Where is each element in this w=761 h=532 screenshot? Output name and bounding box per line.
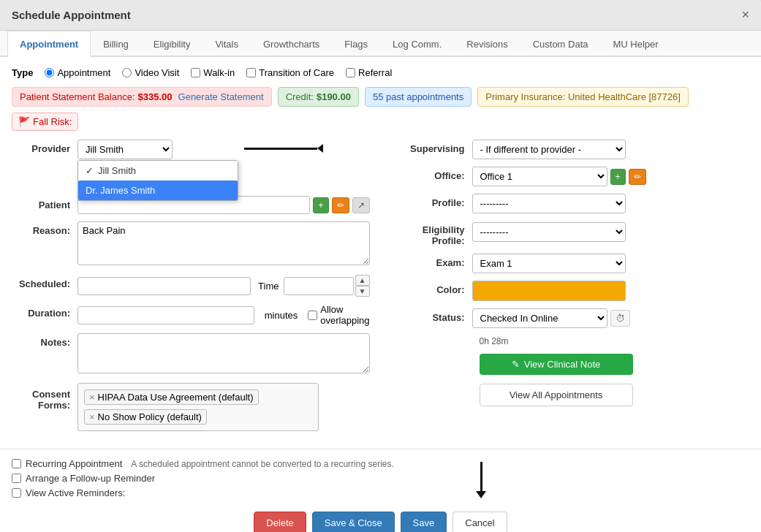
allow-overlapping-label[interactable]: Allow overlapping [308,304,369,326]
tab-log-comm[interactable]: Log Comm. [380,31,454,57]
type-transition-label[interactable]: Transition of Care [246,67,334,78]
eligibility-profile-select[interactable]: --------- [472,222,626,242]
scheduled-date-input[interactable]: 09/07/2022 [77,277,251,295]
time-spin-buttons: ▲ ▼ [355,275,370,297]
notes-control [77,333,370,376]
type-transition-checkbox[interactable] [246,68,256,77]
type-label: Type [12,67,33,78]
provider-control: Jill Smith Dr. James Smith Jill Smith [77,140,370,159]
time-label: Time [258,281,279,292]
recurring-row: Recurring Appointment A scheduled appoin… [12,458,749,469]
cancel-button[interactable]: Cancel [453,512,507,532]
allow-overlapping-checkbox[interactable] [308,311,317,320]
status-select[interactable]: Checked In Online [472,308,607,328]
type-referral-label[interactable]: Referral [346,67,392,78]
office-select[interactable]: Office 1 [472,167,607,186]
color-control [472,281,626,301]
scheduled-row: Scheduled: 09/07/2022 Time 08:00AM ▲ ▼ [12,275,370,297]
provider-label: Provider [12,140,77,154]
profile-select[interactable]: --------- [472,194,626,213]
type-walkin-checkbox[interactable] [191,68,200,77]
timer-button[interactable]: ⏱ [610,310,630,327]
tab-custom-data[interactable]: Custom Data [520,31,601,57]
office-control: Office 1 + ✏ [472,167,646,186]
exam-label: Exam: [392,254,472,268]
tab-billing[interactable]: Billing [91,31,141,57]
reason-textarea[interactable]: Back Pain [77,221,370,265]
generate-statement-link[interactable]: Generate Statement [178,91,264,102]
eligibility-profile-label: EligibilityProfile: [392,221,472,246]
add-patient-button[interactable]: + [313,197,328,213]
tab-bar: Appointment Billing Eligibility Vitals G… [0,31,761,57]
exam-control: Exam 1 [472,254,626,273]
insurance-text: Primary Insurance: United HealthCare [87… [485,91,681,102]
tab-flags[interactable]: Flags [332,31,380,57]
provider-option-james[interactable]: Dr. James Smith [78,180,238,200]
type-video-label[interactable]: Video Visit [122,67,179,78]
tab-appointment[interactable]: Appointment [7,31,91,57]
add-office-button[interactable]: + [610,169,626,185]
left-column: Provider Jill Smith Dr. James Smith [12,140,377,438]
duration-input[interactable]: 30 [77,306,254,324]
supervising-row: Supervising - If different to provider - [392,140,750,159]
credit-amount: $190.00 [317,91,351,102]
followup-checkbox[interactable] [12,474,21,483]
credit-label: Credit: [286,91,314,102]
profile-row: Profile: --------- [392,194,750,213]
delete-button[interactable]: Delete [254,512,306,532]
type-video-radio[interactable] [122,68,132,77]
supervising-control: - If different to provider - [472,140,626,159]
alerts-row: Patient Statement Balance: $335.00 Gener… [12,87,749,107]
type-appointment-radio[interactable] [45,68,54,77]
provider-option-jill[interactable]: Jill Smith [78,161,238,180]
tab-vitals[interactable]: Vitals [202,31,251,57]
allow-overlapping-text: Allow overlapping [320,304,369,326]
notes-textarea[interactable] [77,333,370,373]
type-referral-checkbox[interactable] [346,68,355,77]
past-appointments-text: 55 past appointments [373,91,463,102]
remove-noshow-button[interactable]: × [89,411,95,422]
time-input[interactable]: 08:00AM [284,277,354,295]
office-row: Office: Office 1 + ✏ [392,167,750,186]
close-button[interactable]: × [741,7,749,23]
supervising-label: Supervising [392,140,472,154]
office-label: Office: [392,167,472,181]
tab-eligibility[interactable]: Eligibility [141,31,203,57]
provider-select[interactable]: Jill Smith Dr. James Smith [77,140,173,159]
active-reminders-checkbox[interactable] [12,488,21,498]
duration-label: Duration: [12,304,77,319]
eligibility-profile-row: EligibilityProfile: --------- [392,221,750,246]
consent-row: ConsentForms: × HIPAA Data Use Agreement… [12,383,370,431]
status-label: Status: [392,308,472,323]
recurring-label: Recurring Appointment [26,458,122,469]
insurance-alert: Primary Insurance: United HealthCare [87… [477,87,689,107]
tab-mu-helper[interactable]: MU Helper [601,31,671,57]
time-down-button[interactable]: ▼ [355,286,370,297]
edit-office-button[interactable]: ✏ [629,169,646,185]
color-row: Color: [392,281,750,301]
form-columns: Provider Jill Smith Dr. James Smith [12,140,749,438]
view-clinical-note-button[interactable]: ✎ View Clinical Note [480,354,633,375]
time-elapsed-label: 0h 28m [480,336,509,346]
time-up-button[interactable]: ▲ [355,275,370,286]
past-appointments-alert[interactable]: 55 past appointments [365,87,472,107]
recurring-note: A scheduled appointment cannot be conver… [131,459,394,469]
exam-select[interactable]: Exam 1 [472,254,626,273]
save-close-button[interactable]: Save & Close [312,512,395,532]
color-swatch[interactable] [472,281,626,301]
save-button[interactable]: Save [401,512,447,532]
edit-patient-button[interactable]: ✏ [332,197,349,213]
clinical-note-row: ✎ View Clinical Note [392,354,750,375]
type-walkin-label[interactable]: Walk-in [191,67,235,78]
type-appointment-label[interactable]: Appointment [45,67,110,78]
recurring-checkbox[interactable] [12,459,21,468]
tab-revisions[interactable]: Revisions [454,31,520,57]
arrow-indicator [244,144,323,153]
tab-growthcharts[interactable]: Growthcharts [251,31,332,57]
supervising-select[interactable]: - If different to provider - [472,140,626,159]
notes-row: Notes: [12,333,370,376]
status-control: Checked In Online ⏱ [472,308,630,328]
view-all-appointments-button[interactable]: View All Appointments [480,384,633,406]
share-patient-button[interactable]: ↗ [352,197,370,213]
remove-hipaa-button[interactable]: × [89,392,95,403]
